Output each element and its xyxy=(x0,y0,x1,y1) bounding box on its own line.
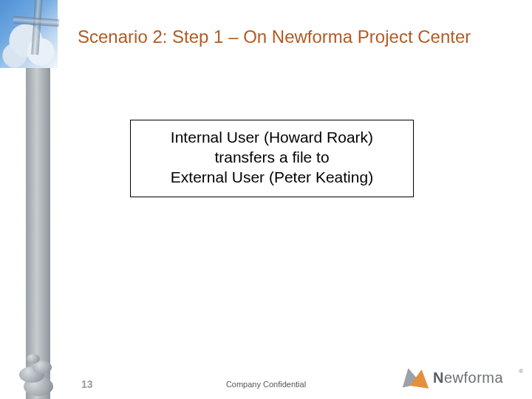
slide-title: Scenario 2: Step 1 – On Newforma Project… xyxy=(78,27,502,48)
newforma-logo: Newforma ® xyxy=(400,365,519,395)
sky-image xyxy=(0,0,58,68)
stones-image xyxy=(16,347,58,399)
stone-icon xyxy=(27,354,40,364)
logo-text-rest: ewforma xyxy=(444,369,503,386)
logo-text: Newforma xyxy=(433,369,503,386)
sidebar-graphic xyxy=(0,0,58,399)
callout-line-3: External User (Peter Keating) xyxy=(141,168,403,188)
logo-text-bold: N xyxy=(433,369,444,386)
slide: Scenario 2: Step 1 – On Newforma Project… xyxy=(0,0,532,399)
logo-mark-icon xyxy=(400,368,430,393)
callout-line-2: transfers a file to xyxy=(141,148,403,168)
registered-mark: ® xyxy=(519,368,523,375)
callout-box: Internal User (Howard Roark) transfers a… xyxy=(130,120,414,197)
callout-line-1: Internal User (Howard Roark) xyxy=(141,128,403,148)
